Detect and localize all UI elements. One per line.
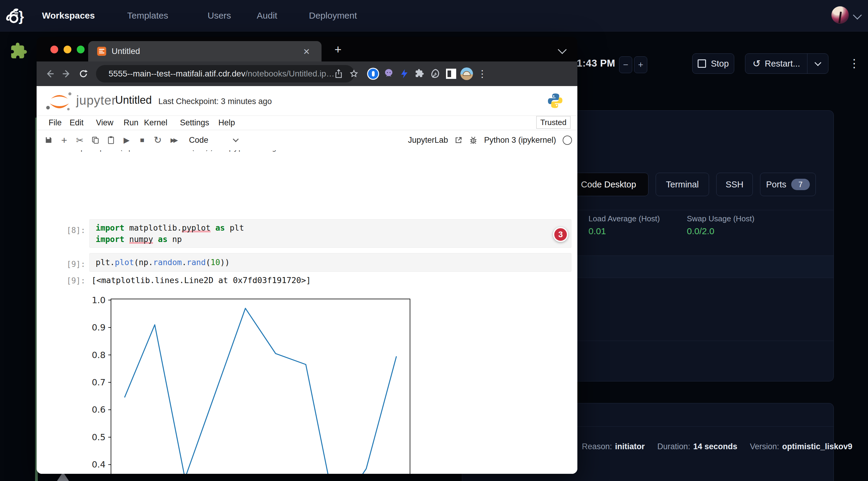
cell-type-dropdown[interactable]: Code [189, 135, 209, 145]
build-version: optimistic_liskov9 [782, 442, 852, 451]
zoom-out-button[interactable]: − [619, 56, 632, 73]
external-link-icon[interactable] [455, 136, 463, 144]
metric-swap-usage-label: Swap Usage (Host) [687, 214, 754, 223]
share-icon[interactable] [334, 69, 343, 78]
svg-text:0.8: 0.8 [92, 350, 105, 360]
restart-main[interactable]: ↺ Restart... [745, 58, 807, 69]
metric-load-average-value: 0.01 [588, 226, 606, 236]
cut-cells-button[interactable]: ✂ [72, 132, 88, 148]
restart-label: Restart... [765, 59, 800, 69]
tab-close-icon[interactable]: ✕ [301, 46, 312, 57]
add-cell-button[interactable]: + [56, 132, 72, 148]
metric-load-average-label: Load Average (Host) [588, 214, 660, 223]
notebook-content: plt.plot(np.random.rand(10)) pyplot g [8… [37, 150, 577, 474]
svg-text:0.7: 0.7 [92, 377, 105, 387]
build-reason: initiator [615, 442, 645, 451]
new-tab-button[interactable]: + [332, 43, 344, 56]
browser-toolbar: 5555--main--test--matifali.atif.cdr.dev/… [37, 62, 577, 86]
menu-help[interactable]: Help [218, 116, 235, 130]
interrupt-kernel-button[interactable]: ■ [134, 132, 150, 148]
nav-item-users[interactable]: Users [208, 0, 231, 31]
workspace-menu-button[interactable]: ⋮ [846, 53, 863, 74]
restart-options-button[interactable] [807, 62, 828, 65]
restart-kernel-button[interactable]: ↻ [150, 132, 165, 148]
puzzle-piece-icon [8, 41, 31, 63]
window-close-button[interactable] [51, 45, 58, 53]
output9-prompt: [9]: [67, 276, 86, 285]
app-button-ports[interactable]: Ports 7 [760, 173, 816, 196]
build-info-row: Reason:initiator Duration:14 seconds Ver… [582, 442, 852, 451]
window-minimize-button[interactable] [64, 45, 71, 53]
matplotlib-line-chart: 0.20.30.40.50.60.70.80.91.002468 [84, 292, 423, 474]
user-avatar[interactable] [831, 6, 849, 24]
lightning-extension-icon[interactable] [397, 66, 412, 82]
app-button-code-desktop[interactable]: Code Desktop [569, 173, 648, 196]
trusted-button[interactable]: Trusted [536, 116, 570, 129]
debugger-bug-icon[interactable] [469, 136, 477, 144]
forward-button[interactable] [58, 65, 75, 82]
clock: 11:43 PM [572, 58, 615, 69]
chevron-down-icon[interactable] [853, 11, 862, 20]
svg-text:1.0: 1.0 [92, 295, 105, 305]
metric-swap-usage-value: 0.0/2.0 [687, 226, 714, 236]
svg-text:0.4: 0.4 [92, 459, 105, 470]
1password-extension-icon[interactable] [365, 66, 381, 82]
nav-item-deployment[interactable]: Deployment [309, 0, 357, 31]
tab-search-chevron-icon[interactable] [558, 45, 567, 54]
python-logo-icon [547, 92, 564, 109]
address-bar[interactable]: 5555--main--test--matifali.atif.cdr.dev/… [96, 65, 354, 83]
run-all-cells-button[interactable]: ▶▶ [165, 132, 181, 148]
cell-type-chevron-icon[interactable] [233, 136, 239, 142]
output9-text: [<matplotlib.lines.Line2D at 0x7fd03f191… [91, 276, 311, 285]
nav-item-audit[interactable]: Audit [257, 0, 277, 31]
restart-workspace-button[interactable]: ↺ Restart... [745, 53, 829, 74]
coder-logo-icon[interactable]: } [6, 7, 26, 25]
app-button-ssh[interactable]: SSH [716, 173, 753, 196]
stop-workspace-button[interactable]: Stop [692, 53, 734, 74]
app-button-terminal[interactable]: Terminal [656, 173, 709, 196]
svg-text:}: } [19, 8, 24, 24]
paste-cells-button[interactable] [103, 132, 119, 148]
browser-tab[interactable]: Untitled ✕ [88, 41, 321, 62]
jupyter-wordmark: jupyter [76, 93, 116, 108]
save-button[interactable] [41, 132, 56, 148]
cell9-prompt: [9]: [67, 260, 86, 269]
nav-item-templates[interactable]: Templates [127, 0, 168, 31]
cell9-editor[interactable]: plt.plot(np.random.rand(10)) [89, 253, 571, 272]
window-zoom-button[interactable] [77, 45, 85, 53]
restart-icon: ↺ [752, 58, 761, 69]
notification-badge[interactable]: 3 [553, 227, 568, 242]
github-extension-icon[interactable] [381, 66, 397, 82]
notebook-title[interactable]: Untitled [115, 94, 152, 106]
bookmark-star-icon[interactable] [349, 69, 359, 78]
zoom-in-button[interactable]: + [634, 56, 647, 73]
run-cell-button[interactable]: ▶ [119, 132, 134, 148]
menu-file[interactable]: File [49, 116, 62, 130]
jupyter-header: jupyter Untitled Last Checkpoint: 3 minu… [37, 86, 577, 116]
reload-button[interactable] [75, 65, 92, 82]
kernel-status-icon [563, 135, 572, 145]
back-button[interactable] [41, 65, 58, 82]
browser-profile-avatar[interactable] [459, 66, 474, 82]
jupyter-page: jupyter Untitled Last Checkpoint: 3 minu… [37, 86, 577, 474]
side-panel-icon[interactable] [443, 66, 459, 82]
kernel-name[interactable]: Python 3 (ipykernel) [484, 135, 556, 145]
menu-kernel[interactable]: Kernel [144, 116, 167, 130]
ports-count-badge: 7 [791, 179, 810, 190]
menu-settings[interactable]: Settings [180, 116, 209, 130]
menu-edit[interactable]: Edit [70, 116, 84, 130]
browser-tab-strip: Untitled ✕ + [37, 37, 577, 62]
browser-window: Untitled ✕ + 5555--main--test--matifali.… [37, 37, 577, 474]
cell8-editor[interactable]: import matplotlib.pyplot as plt import n… [89, 219, 571, 248]
menu-run[interactable]: Run [124, 116, 138, 130]
notebook-checkpoint: Last Checkpoint: 3 minutes ago [158, 97, 272, 106]
copy-cells-button[interactable] [88, 132, 103, 148]
jupyterlab-link[interactable]: JupyterLab [408, 135, 448, 145]
energy-saver-icon[interactable] [428, 66, 443, 82]
jupyter-favicon [97, 47, 106, 56]
menu-view[interactable]: View [96, 116, 113, 130]
extensions-puzzle-icon[interactable] [412, 66, 428, 82]
nav-item-workspaces[interactable]: Workspaces [42, 0, 95, 31]
svg-text:0.9: 0.9 [92, 322, 105, 332]
browser-menu-kebab-icon[interactable]: ⋮ [474, 66, 490, 82]
